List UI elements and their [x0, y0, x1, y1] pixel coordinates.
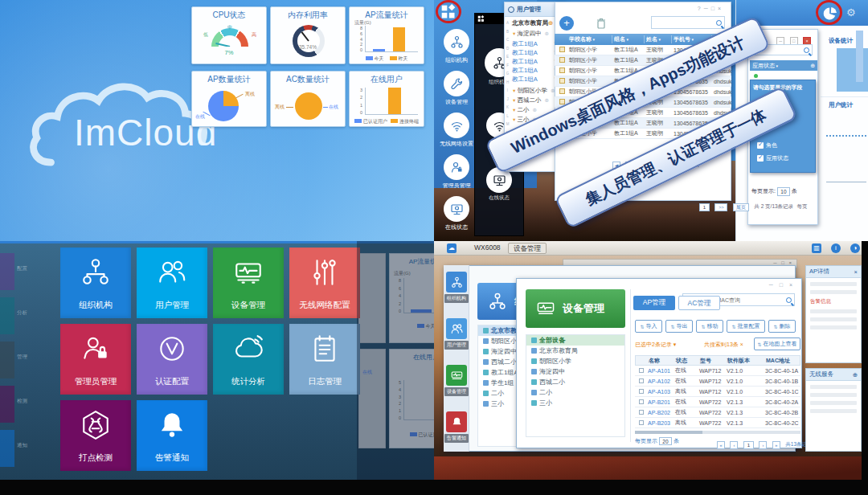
per-page-input[interactable] [659, 437, 672, 445]
tile-label: 无线网络配置 [289, 300, 360, 311]
stats-panel-title: 用户统计 [829, 101, 853, 109]
taskbar-theme-icon[interactable]: ◑ [850, 243, 860, 253]
row-checkbox[interactable] [559, 57, 565, 63]
window-controls[interactable]: ?─□× [698, 6, 724, 11]
row-checkbox[interactable] [639, 378, 644, 383]
trash-icon[interactable] [596, 18, 606, 29]
device-tree-item[interactable]: 海淀四中 [526, 366, 624, 377]
search-result-notice[interactable]: 共搜索到13条 × [704, 341, 743, 349]
row-checkbox[interactable] [639, 399, 644, 404]
app-logo-icon[interactable]: ☁ [447, 243, 457, 253]
page-next-button[interactable]: › [759, 441, 767, 449]
tile-users[interactable]: 用户管理 [137, 248, 207, 318]
row-checkbox[interactable] [639, 368, 644, 373]
tile-probe[interactable]: 打点检测 [60, 400, 131, 471]
tile-admin[interactable]: 管理员管理 [60, 324, 131, 395]
move-button[interactable]: 移动 [696, 320, 723, 333]
panel-item-online[interactable]: 在线状态 [439, 196, 474, 231]
tree-root[interactable]: 北京市教育局⊕ [512, 19, 553, 27]
ac-count-card: AC数量统计 离线 在线 [270, 71, 346, 127]
import-button[interactable]: 导入 [635, 320, 662, 333]
memory-value: 35.74% [271, 44, 345, 50]
device-table-row[interactable]: AP-B202 在线 WAP722 V2.1.3 3C-8C-40-2B [635, 407, 800, 418]
taskbar-tab-1[interactable]: WX6008 [469, 243, 506, 254]
tile-org[interactable]: 组织机构 [60, 248, 131, 318]
page-input[interactable]: 1 [743, 441, 754, 449]
search-icon [786, 297, 792, 303]
add-button[interactable]: + [559, 16, 574, 31]
card-title: 在线用户 [350, 74, 424, 85]
dotted-line-series [826, 135, 866, 137]
tile-auth[interactable]: 认证配置 [137, 324, 207, 395]
device-table-row[interactable]: AP-A101 在线 WAP712 V2.1.0 3C-8C-40-1A [635, 366, 800, 376]
device-tree-item[interactable]: 北京市教育局 [526, 346, 624, 356]
tree-branch[interactable]: ▼海淀四中⊕ [512, 30, 549, 38]
annotation-circle [436, 0, 461, 23]
sidebar-device-icon[interactable] [446, 365, 467, 386]
device-tree-item[interactable]: 全部设备 [526, 335, 624, 346]
device-tree-item[interactable]: 二小 [526, 387, 624, 398]
taskbar-tab-2[interactable]: 设备管理 [508, 243, 547, 254]
tile-wireless-config[interactable]: 无线网络配置 [289, 248, 360, 318]
device-banner[interactable]: 设备管理 [526, 289, 625, 328]
row-checkbox[interactable] [559, 88, 565, 94]
sidebar-alert-icon[interactable] [446, 411, 467, 432]
pie-label-online: 在线 [329, 104, 338, 111]
tile-logs[interactable]: 日志管理 [289, 324, 360, 395]
field-checkbox-row[interactable]: 应用状态 [757, 154, 788, 162]
dark-item-online[interactable]: 在线状态 [479, 167, 519, 202]
search-box[interactable] [651, 16, 725, 29]
tile-device[interactable]: 设备管理 [213, 248, 284, 318]
row-checkbox[interactable] [559, 47, 565, 52]
row-checkbox[interactable] [559, 68, 565, 73]
gear-icon[interactable]: ⚙ [846, 6, 856, 18]
card-title: 内存利用率 [271, 10, 345, 21]
last-page-button[interactable]: 尾页 [733, 203, 749, 211]
y-axis-ticks: 86420 [354, 26, 362, 52]
per-page-input[interactable] [777, 187, 790, 196]
field-checkbox-row[interactable]: 角色 [757, 141, 777, 149]
close-icon[interactable]: × [854, 268, 858, 276]
page-prev-button[interactable]: ‹ [730, 441, 738, 449]
selection-notice[interactable]: 已选中2条记录 ▾ [635, 341, 676, 349]
next-page-button[interactable]: >> [714, 203, 727, 211]
page-first-button[interactable]: « [717, 441, 725, 449]
h-scrollbar[interactable] [635, 431, 800, 434]
window-controls[interactable]: ─ □ × [769, 282, 795, 288]
row-checkbox[interactable] [559, 78, 565, 84]
device-table-row[interactable]: AP-B203 离线 WAP722 V2.1.3 3C-8C-40-2C [635, 418, 800, 428]
device-icon [232, 256, 264, 288]
device-tree-item[interactable]: 西城二小 [526, 377, 624, 387]
admin-lock-icon [444, 154, 469, 180]
row-checkbox[interactable] [639, 420, 644, 425]
device-tree-item[interactable]: 三小 [526, 398, 624, 408]
map-view-button[interactable]: 在地图上查看 [754, 338, 800, 350]
tile-stats[interactable]: 统计分析 [213, 324, 284, 395]
tab-ap[interactable]: AP管理 [633, 296, 675, 310]
dna-hexagon-icon [80, 409, 112, 441]
taskbar-chart-icon[interactable]: ▥ [812, 243, 821, 253]
tab-ac[interactable]: AC管理 [678, 296, 720, 310]
online-users-card: 在线用户 3210 已认证用户 连接终端 [349, 71, 424, 127]
sidebar-users-icon[interactable] [446, 318, 467, 339]
row-checkbox[interactable] [639, 410, 644, 415]
ap-traffic-chart [365, 26, 418, 52]
row-checkbox[interactable] [639, 389, 644, 394]
scrollbar[interactable] [856, 31, 863, 82]
device-table-row[interactable]: AP-A103 离线 WAP712 V2.1.0 3C-8C-40-1C [635, 387, 800, 397]
page-input[interactable]: 1 [699, 203, 710, 211]
page-last-button[interactable]: » [772, 441, 780, 449]
device-table-row[interactable]: AP-A102 在线 WAP712 V2.1.0 3C-8C-40-1B [635, 376, 800, 387]
delete-button[interactable]: 删除 [768, 320, 796, 333]
device-table-header[interactable]: 名称 状态 型号 软件版本 MAC地址 [635, 355, 800, 366]
export-button[interactable]: 导出 [665, 320, 693, 333]
batch-config-button[interactable]: 批量配置 [727, 320, 765, 333]
tile-alerts[interactable]: 告警通知 [137, 400, 207, 471]
device-table-row[interactable]: AP-B201 在线 WAP722 V2.1.3 3C-8C-40-2A [635, 397, 800, 407]
row-checkbox[interactable] [559, 99, 565, 104]
device-tree-item[interactable]: 朝阳区小学 [526, 356, 624, 366]
taskbar-info-icon[interactable]: i [831, 243, 841, 253]
sidebar-org-icon[interactable] [446, 272, 467, 292]
panel-item-admin[interactable]: 管理员管理 [439, 154, 474, 190]
column-header[interactable]: 应用状态 ▾ ⊕ [750, 60, 817, 71]
